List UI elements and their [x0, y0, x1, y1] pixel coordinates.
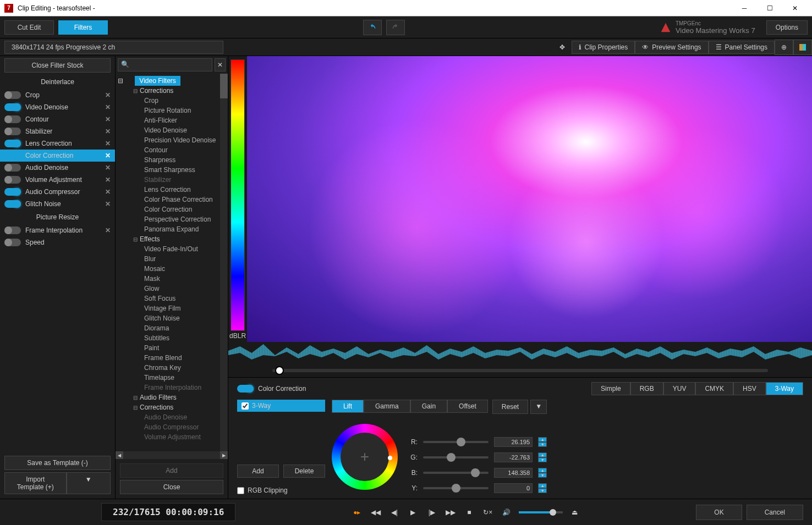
- slider-track[interactable]: [423, 456, 489, 458]
- filter-toggle[interactable]: [4, 91, 21, 99]
- tree-item[interactable]: Frame Blend: [116, 353, 228, 363]
- close-window-button[interactable]: ✕: [782, 0, 808, 16]
- filter-tree[interactable]: ⊟ Video Filters⊟ CorrectionsCropPicture …: [116, 74, 228, 451]
- filter-remove-icon[interactable]: ✕: [105, 128, 111, 135]
- panel-settings-button[interactable]: ☰Panel Settings: [709, 41, 775, 54]
- tree-item[interactable]: Mosaic: [116, 264, 228, 274]
- tree-item[interactable]: ⊟ Corrections: [116, 402, 228, 412]
- tree-item[interactable]: Smart Sharpness: [116, 165, 228, 175]
- slider-value[interactable]: -22.763: [494, 452, 533, 462]
- stepper-down[interactable]: ▼: [538, 488, 547, 493]
- stepper-up[interactable]: ▲: [538, 483, 547, 488]
- prev-button[interactable]: ◀◀: [369, 506, 382, 519]
- search-clear-button[interactable]: ✕: [215, 58, 226, 71]
- close-filter-stock-button[interactable]: Close Filter Stock: [4, 58, 111, 73]
- cc-delete-button[interactable]: Delete: [283, 465, 325, 478]
- filter-toggle[interactable]: [4, 176, 21, 184]
- import-template-dropdown[interactable]: ▼: [67, 472, 111, 494]
- scrub-handle[interactable]: [275, 366, 284, 375]
- threeway-checkbox[interactable]: 3-Way: [237, 400, 325, 412]
- filter-toggle[interactable]: [4, 128, 21, 135]
- preview-settings-button[interactable]: 👁Preview Settings: [635, 41, 708, 54]
- cc-tab-rgb[interactable]: RGB: [630, 382, 663, 395]
- tree-item[interactable]: Audio Compressor: [116, 422, 228, 432]
- cc-tab-3-way[interactable]: 3-Way: [766, 382, 803, 395]
- filter-toggle[interactable]: [4, 200, 21, 208]
- filter-toggle[interactable]: [4, 226, 21, 234]
- tree-item[interactable]: ⊟ Effects: [116, 234, 228, 244]
- filter-item-contour[interactable]: Contour✕: [0, 113, 115, 125]
- filter-remove-icon[interactable]: ✕: [105, 176, 111, 184]
- volume-icon[interactable]: 🔊: [500, 506, 513, 519]
- filter-remove-icon[interactable]: ✕: [105, 140, 111, 147]
- cc-reset-button[interactable]: Reset: [492, 400, 528, 414]
- panel-menu-button[interactable]: [793, 40, 812, 55]
- filter-item-lens-correction[interactable]: Lens Correction✕: [0, 137, 115, 150]
- options-button[interactable]: Options: [766, 20, 808, 35]
- tree-item[interactable]: Subtitles: [116, 333, 228, 343]
- redo-button[interactable]: [386, 20, 405, 35]
- tree-item[interactable]: ⊟ Corrections: [116, 86, 228, 96]
- tree-item[interactable]: Lens Correction: [116, 185, 228, 195]
- tree-item[interactable]: Soft Focus: [116, 294, 228, 303]
- filter-remove-icon[interactable]: ✕: [105, 103, 111, 111]
- filter-remove-icon[interactable]: ✕: [105, 188, 111, 196]
- color-wheel[interactable]: +: [332, 424, 398, 490]
- tree-item[interactable]: Sharpness: [116, 155, 228, 165]
- tree-item[interactable]: Audio Denoise: [116, 412, 228, 422]
- cancel-button[interactable]: Cancel: [747, 505, 803, 520]
- filter-item-video-denoise[interactable]: Video Denoise✕: [0, 101, 115, 113]
- filter-toggle[interactable]: [4, 103, 21, 111]
- slider-handle[interactable]: [471, 468, 480, 477]
- tree-item[interactable]: Chroma Key: [116, 363, 228, 373]
- step-back-button[interactable]: ◀|: [388, 506, 401, 519]
- move-icon[interactable]: ✥: [553, 40, 572, 55]
- tree-close-button[interactable]: Close: [120, 480, 223, 494]
- cc-tab-cmyk[interactable]: CMYK: [695, 382, 733, 395]
- cc-tab-yuv[interactable]: YUV: [663, 382, 696, 395]
- import-template-button[interactable]: Import Template (+): [4, 472, 67, 494]
- filter-item-crop[interactable]: Crop✕: [0, 89, 115, 101]
- filter-toggle[interactable]: [4, 239, 21, 246]
- tree-item[interactable]: Contour: [116, 145, 228, 155]
- tree-item[interactable]: Video Fade-In/Out: [116, 244, 228, 254]
- filter-item-frame-interpolation[interactable]: Frame Interpolation✕: [0, 224, 115, 236]
- add-panel-button[interactable]: ⊕: [775, 40, 793, 55]
- filter-toggle[interactable]: [4, 115, 21, 123]
- stepper-down[interactable]: ▼: [538, 457, 547, 462]
- audio-waveform[interactable]: [228, 342, 812, 364]
- slider-value[interactable]: 0: [494, 483, 533, 493]
- stepper-down[interactable]: ▼: [538, 442, 547, 447]
- save-template-button[interactable]: Save as Template (-): [4, 456, 111, 470]
- filter-item-color-correction[interactable]: Color Correction✕: [0, 150, 115, 162]
- tree-item[interactable]: Vintage Film: [116, 303, 228, 313]
- clip-properties-button[interactable]: ℹClip Properties: [572, 41, 635, 54]
- cc-tab-simple[interactable]: Simple: [591, 382, 630, 395]
- tree-item[interactable]: Panorama Expand: [116, 224, 228, 234]
- filter-remove-icon[interactable]: ✕: [105, 91, 111, 99]
- play-button[interactable]: ▶: [407, 506, 420, 519]
- tree-item[interactable]: Paint: [116, 343, 228, 353]
- maximize-button[interactable]: ☐: [757, 0, 782, 16]
- video-preview[interactable]: [247, 56, 812, 342]
- tree-item[interactable]: Picture Rotation: [116, 106, 228, 115]
- tree-item[interactable]: Color Correction: [116, 205, 228, 214]
- loop-button[interactable]: ↻×: [481, 506, 495, 519]
- slider-track[interactable]: [423, 487, 489, 489]
- tree-scrollbar[interactable]: [220, 74, 228, 451]
- cc-reset-dropdown[interactable]: ▼: [530, 400, 547, 414]
- tree-item[interactable]: Precision Video Denoise: [116, 135, 228, 145]
- tree-item[interactable]: Stabilizer: [116, 175, 228, 185]
- cc-enable-toggle[interactable]: [237, 385, 254, 393]
- undo-button[interactable]: [363, 20, 382, 35]
- filter-item-deinterlace[interactable]: Deinterlace: [0, 75, 115, 89]
- filter-item-glitch-noise[interactable]: Glitch Noise✕: [0, 198, 115, 210]
- tree-item[interactable]: Crop: [116, 96, 228, 106]
- filter-toggle[interactable]: [4, 164, 21, 172]
- slider-track[interactable]: [423, 472, 489, 474]
- step-fwd-button[interactable]: |▶: [425, 506, 438, 519]
- stop-button[interactable]: ■: [463, 506, 476, 519]
- slider-track[interactable]: [423, 441, 489, 443]
- filter-item-audio-denoise[interactable]: Audio Denoise✕: [0, 162, 115, 174]
- tree-item[interactable]: Volume Adjustment: [116, 432, 228, 442]
